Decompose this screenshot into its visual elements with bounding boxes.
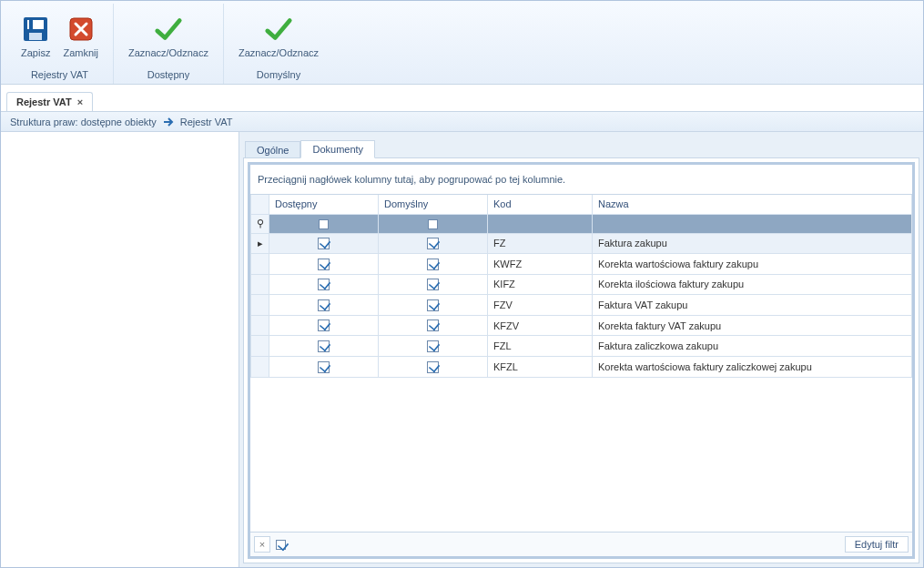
col-nazwa-header[interactable]: Nazwa [593,195,912,214]
col-kod-header[interactable]: Kod [488,195,593,214]
cell-dostepny[interactable] [269,315,379,336]
ribbon-group-title: Rejestry VAT [31,69,88,84]
toggle-domyslny-button[interactable]: Zaznacz/Odznacz [239,15,319,58]
cell-domyslny[interactable] [379,357,488,378]
filter-nazwa[interactable] [593,214,912,233]
cell-nazwa[interactable]: Korekta wartościowa faktury zakupu [593,254,912,275]
cell-nazwa[interactable]: Korekta wartościowa faktury zaliczkowej … [593,357,912,378]
table-row[interactable]: KIFZKorekta ilościowa faktury zakupu [251,274,912,295]
cell-domyslny[interactable] [379,336,488,357]
row-indicator [251,274,269,295]
main-body: Ogólne Dokumenty Przeciągnij nagłówek ko… [1,132,923,567]
cell-kod[interactable]: FZL [488,336,593,357]
document-tab-rejestr-vat[interactable]: Rejestr VAT × [6,92,93,111]
cell-kod[interactable]: KFZL [488,357,593,378]
col-domyslny-header[interactable]: Domyślny [379,195,488,214]
cell-kod[interactable]: FZV [488,295,593,316]
svg-rect-2 [29,20,33,29]
cell-kod[interactable]: KFZV [488,315,593,336]
grid-inner: Przeciągnij nagłówek kolumny tutaj, aby … [248,162,915,559]
app-window: Zapisz Zamknij Rejestry VAT [0,0,924,568]
grid-scroll[interactable]: Dostępny Domyślny Kod Nazwa ⚲ [250,195,912,532]
tab-ogolne[interactable]: Ogólne [245,141,300,158]
cell-kod[interactable]: KIFZ [488,274,593,295]
cell-domyslny[interactable] [379,315,488,336]
filter-domyslny[interactable] [379,214,488,233]
table-row[interactable]: FZLFaktura zaliczkowa zakupu [251,336,912,357]
table-row[interactable]: KFZLKorekta wartościowa faktury zaliczko… [251,357,912,378]
checkbox-icon[interactable] [427,320,439,331]
filter-kod[interactable] [488,214,593,233]
save-label: Zapisz [21,47,50,58]
filter-row: ⚲ [251,214,912,233]
tab-dokumenty[interactable]: Dokumenty [300,140,375,158]
document-tabs: Rejestr VAT × [1,85,923,112]
tab-close-icon[interactable]: × [77,96,83,107]
close-icon [66,15,96,44]
content-pane: Ogólne Dokumenty Przeciągnij nagłówek ko… [239,132,923,567]
row-indicator [251,336,269,357]
check-icon [264,15,293,44]
breadcrumb-root[interactable]: Struktura praw: dostępne obiekty [10,117,157,127]
cell-dostepny[interactable] [269,295,379,316]
filter-dostepny[interactable] [269,214,379,233]
check-icon [154,15,183,44]
tree-pane [1,132,239,567]
cell-nazwa[interactable]: Korekta faktury VAT zakupu [593,315,912,336]
checkbox-icon[interactable] [427,340,439,352]
table-row[interactable]: FZVFaktura VAT zakupu [251,295,912,316]
checkbox-icon[interactable] [427,238,439,249]
cell-kod[interactable]: KWFZ [488,254,593,275]
cell-dostepny[interactable] [269,233,379,254]
col-dostepny-header[interactable]: Dostępny [269,195,379,214]
cell-nazwa[interactable]: Faktura zaliczkowa zakupu [593,336,912,357]
row-indicator [251,315,269,336]
cell-dostepny[interactable] [269,254,379,275]
checkbox-icon[interactable] [318,259,330,270]
checkbox-icon[interactable] [427,259,439,270]
checkbox-icon[interactable] [427,361,439,373]
cell-dostepny[interactable] [269,274,379,295]
indicator-header [251,195,269,214]
cell-nazwa[interactable]: Korekta ilościowa faktury zakupu [593,274,912,295]
edit-filter-button[interactable]: Edytuj filtr [845,536,909,553]
cell-domyslny[interactable] [379,233,488,254]
grid-panel: Przeciągnij nagłówek kolumny tutaj, aby … [243,157,919,563]
group-by-hint[interactable]: Przeciągnij nagłówek kolumny tutaj, aby … [250,165,912,195]
cell-domyslny[interactable] [379,274,488,295]
checkbox-icon[interactable] [318,238,330,249]
close-button[interactable]: Zamknij [63,15,98,58]
table-header-row: Dostępny Domyślny Kod Nazwa [251,195,912,214]
checkbox-icon[interactable] [318,299,330,311]
svg-rect-3 [29,33,42,40]
cell-dostepny[interactable] [269,336,379,357]
row-indicator [251,254,269,275]
cell-domyslny[interactable] [379,295,488,316]
filter-key-icon[interactable]: ⚲ [251,214,269,233]
chevron-right-icon [162,117,175,127]
cell-kod[interactable]: FZ [488,233,593,254]
ribbon-toolbar: Zapisz Zamknij Rejestry VAT [1,1,923,85]
checkbox-icon[interactable] [318,279,330,290]
checkbox-icon[interactable] [318,361,330,373]
checkbox-icon[interactable] [319,219,329,229]
cell-nazwa[interactable]: Faktura VAT zakupu [593,295,912,316]
table-row[interactable]: KFZVKorekta faktury VAT zakupu [251,315,912,336]
table-row[interactable]: ▸FZFaktura zakupu [251,233,912,254]
cell-nazwa[interactable]: Faktura zakupu [593,233,912,254]
footer-checkbox[interactable] [276,540,286,550]
checkbox-icon[interactable] [427,279,439,290]
checkbox-icon[interactable] [318,320,330,331]
checkbox-icon[interactable] [318,340,330,352]
document-tab-label: Rejestr VAT [16,96,72,107]
checkbox-icon[interactable] [427,299,439,311]
cell-domyslny[interactable] [379,254,488,275]
toggle-dostepny-button[interactable]: Zaznacz/Odznacz [128,15,208,58]
table-row[interactable]: KWFZKorekta wartościowa faktury zakupu [251,254,912,275]
grid-footer: × Edytuj filtr [250,532,912,556]
clear-filter-button[interactable]: × [254,536,270,553]
save-button[interactable]: Zapisz [21,15,50,58]
cell-dostepny[interactable] [269,357,379,378]
checkbox-icon[interactable] [428,219,438,229]
toggle-domyslny-label: Zaznacz/Odznacz [239,47,319,58]
